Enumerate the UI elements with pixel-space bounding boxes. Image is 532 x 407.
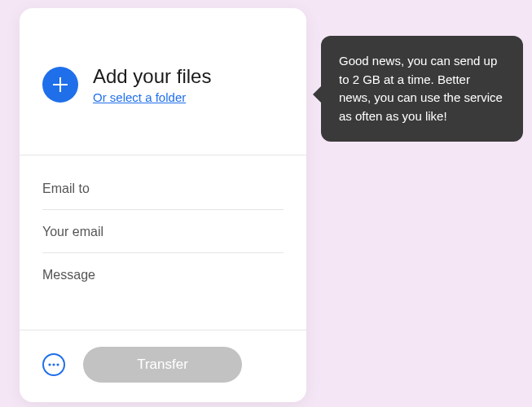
footer-section: Transfer [20,330,306,402]
message-field [42,253,284,323]
your-email-field [42,210,284,253]
upload-section: Add your files Or select a folder [20,8,306,155]
message-input[interactable] [42,268,284,297]
email-to-field [42,167,284,210]
dots-icon [48,363,59,366]
email-to-input[interactable] [42,182,284,196]
upload-text: Add your files Or select a folder [93,65,211,104]
transfer-button[interactable]: Transfer [83,347,242,383]
your-email-input[interactable] [42,225,284,239]
add-files-button[interactable] [42,67,78,103]
fields-section [20,155,306,330]
svg-point-2 [56,363,59,365]
upload-title: Add your files [93,65,211,89]
info-tooltip: Good news, you can send up to 2 GB at a … [321,36,523,142]
more-options-button[interactable] [42,353,65,376]
tooltip-text: Good news, you can send up to 2 GB at a … [339,54,503,123]
plus-icon [52,77,68,93]
select-folder-link[interactable]: Or select a folder [93,90,211,104]
transfer-card: Add your files Or select a folder Transf… [20,8,306,402]
svg-point-1 [52,363,55,365]
svg-point-0 [48,363,51,365]
